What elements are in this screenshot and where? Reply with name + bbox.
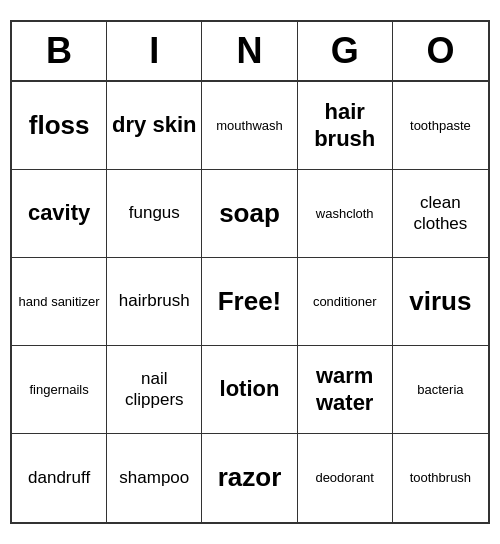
cell-text-22: razor (218, 462, 282, 493)
cell-text-1: dry skin (112, 112, 196, 138)
header-letter-o: O (393, 22, 488, 80)
bingo-cell-11: hairbrush (107, 258, 202, 346)
cell-text-16: nail clippers (111, 369, 197, 410)
bingo-cell-20: dandruff (12, 434, 107, 522)
bingo-cell-3: hair brush (298, 82, 393, 170)
bingo-cell-2: mouthwash (202, 82, 297, 170)
cell-text-11: hairbrush (119, 291, 190, 311)
bingo-cell-9: clean clothes (393, 170, 488, 258)
bingo-cell-18: warm water (298, 346, 393, 434)
bingo-cell-10: hand sanitizer (12, 258, 107, 346)
cell-text-2: mouthwash (216, 118, 282, 134)
bingo-cell-13: conditioner (298, 258, 393, 346)
header-letter-b: B (12, 22, 107, 80)
cell-text-23: deodorant (315, 470, 374, 486)
cell-text-24: toothbrush (410, 470, 471, 486)
bingo-cell-24: toothbrush (393, 434, 488, 522)
bingo-cell-23: deodorant (298, 434, 393, 522)
bingo-cell-8: washcloth (298, 170, 393, 258)
cell-text-15: fingernails (29, 382, 88, 398)
bingo-cell-19: bacteria (393, 346, 488, 434)
bingo-cell-15: fingernails (12, 346, 107, 434)
cell-text-13: conditioner (313, 294, 377, 310)
header-letter-i: I (107, 22, 202, 80)
bingo-cell-21: shampoo (107, 434, 202, 522)
header-letter-n: N (202, 22, 297, 80)
cell-text-8: washcloth (316, 206, 374, 222)
bingo-cell-17: lotion (202, 346, 297, 434)
cell-text-10: hand sanitizer (19, 294, 100, 310)
bingo-cell-4: toothpaste (393, 82, 488, 170)
header-letter-g: G (298, 22, 393, 80)
cell-text-0: floss (29, 110, 90, 141)
cell-text-20: dandruff (28, 468, 90, 488)
bingo-cell-1: dry skin (107, 82, 202, 170)
bingo-grid: flossdry skinmouthwashhair brushtoothpas… (12, 82, 488, 522)
bingo-cell-7: soap (202, 170, 297, 258)
bingo-cell-6: fungus (107, 170, 202, 258)
bingo-cell-5: cavity (12, 170, 107, 258)
cell-text-7: soap (219, 198, 280, 229)
cell-text-3: hair brush (302, 99, 388, 152)
bingo-cell-14: virus (393, 258, 488, 346)
bingo-cell-16: nail clippers (107, 346, 202, 434)
bingo-cell-22: razor (202, 434, 297, 522)
cell-text-6: fungus (129, 203, 180, 223)
cell-text-4: toothpaste (410, 118, 471, 134)
cell-text-18: warm water (302, 363, 388, 416)
cell-text-17: lotion (220, 376, 280, 402)
cell-text-5: cavity (28, 200, 90, 226)
bingo-cell-12: Free! (202, 258, 297, 346)
cell-text-12: Free! (218, 286, 282, 317)
cell-text-21: shampoo (119, 468, 189, 488)
cell-text-14: virus (409, 286, 471, 317)
cell-text-9: clean clothes (397, 193, 484, 234)
cell-text-19: bacteria (417, 382, 463, 398)
bingo-card: BINGO flossdry skinmouthwashhair brushto… (10, 20, 490, 524)
bingo-cell-0: floss (12, 82, 107, 170)
bingo-header: BINGO (12, 22, 488, 82)
